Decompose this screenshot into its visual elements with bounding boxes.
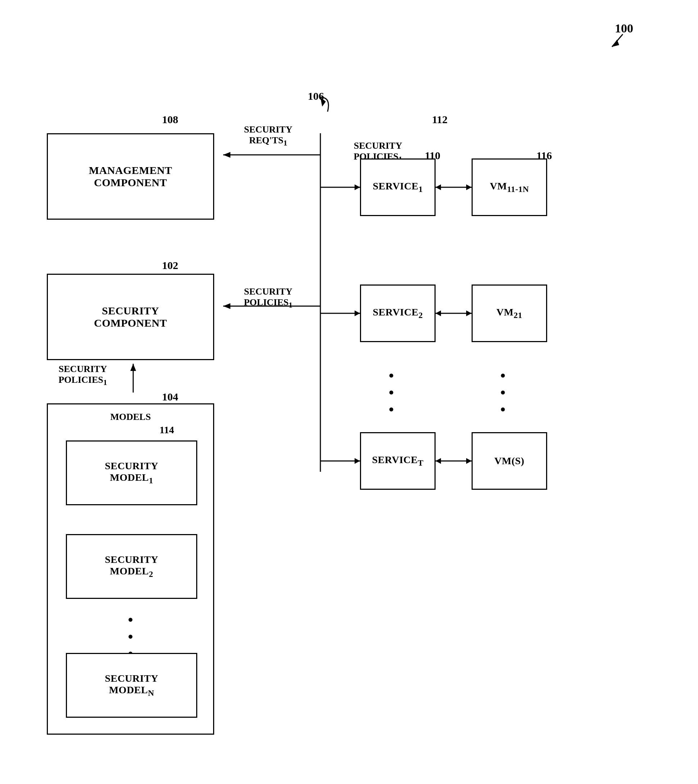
svg-marker-20 [436,184,441,190]
svg-marker-22 [466,310,472,316]
svg-marker-9 [355,310,360,316]
ref-100: 100 [615,21,633,35]
serviceT-box: SERVICET [360,432,436,490]
ref-106: 106 [308,90,324,102]
security-component-label-line1: SECURITY [94,305,167,317]
management-component-box: MANAGEMENT COMPONENT [47,133,214,220]
svg-line-0 [612,34,623,47]
service-dots: ••• [389,367,394,418]
security-component-label-line2: COMPONENT [94,317,167,329]
svg-marker-23 [436,310,441,316]
svg-marker-1 [612,40,619,47]
vm21-box: VM21 [472,284,547,342]
svg-marker-7 [355,184,360,190]
security-reqs-label: SECURITY REQ'TS1 [223,124,313,148]
vm11-box: VM11-1N [472,158,547,216]
svg-marker-26 [436,458,441,464]
vm-dots: ••• [500,367,505,418]
svg-marker-13 [223,152,230,158]
svg-marker-11 [355,458,360,464]
security-policies-left-label: SECURITY POLICIES1 [36,364,130,387]
service1-box: SERVICE1 [360,158,436,216]
security-policies-mid-label: SECURITY POLICIES1 [223,286,313,310]
ref-114: 114 [160,424,174,436]
svg-marker-17 [130,364,136,371]
svg-marker-25 [466,458,472,464]
ref-104: 104 [162,391,178,403]
svg-marker-19 [466,184,472,190]
ref-108: 108 [162,114,178,126]
service2-box: SERVICE2 [360,284,436,342]
models-label: MODELS [48,412,213,423]
ref-112: 112 [432,114,448,126]
vmS-box: VM(S) [472,432,547,490]
models-outer-box: MODELS 114 SECURITY MODEL1 SECURITY MODE… [47,403,214,734]
management-component-label-line1: MANAGEMENT [89,164,173,177]
security-component-box: SECURITY COMPONENT [47,274,214,360]
security-model1-box: SECURITY MODEL1 [66,441,197,505]
security-modelN-box: SECURITY MODELN [66,653,197,718]
ref-102: 102 [162,259,178,272]
diagram: 100 [0,0,698,784]
security-model2-box: SECURITY MODEL2 [66,534,197,599]
management-component-label-line2: COMPONENT [89,177,173,189]
